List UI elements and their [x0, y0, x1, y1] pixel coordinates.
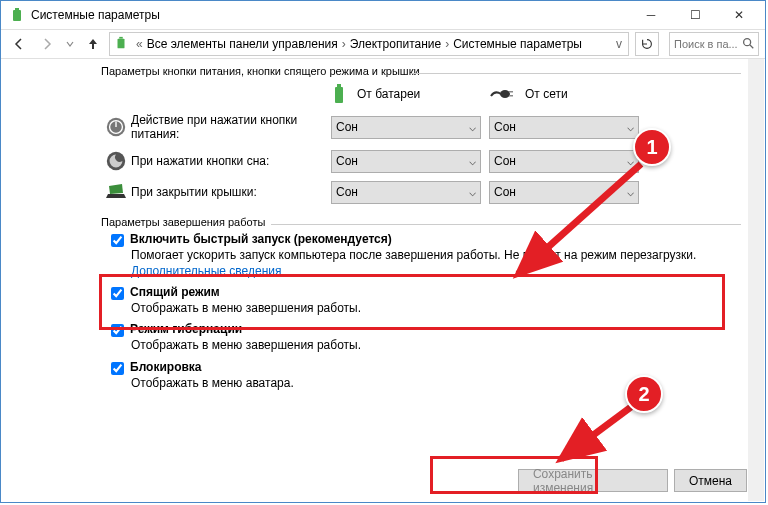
vertical-scrollbar[interactable]	[748, 59, 764, 501]
history-dropdown[interactable]	[63, 32, 77, 56]
setting-row-lid: При закрытии крышки: Сон⌵ Сон⌵	[101, 181, 741, 204]
save-button[interactable]: Сохранить изменения	[518, 469, 668, 492]
breadcrumb-item[interactable]: Системные параметры	[453, 37, 582, 51]
checkbox-sleep: Спящий режим Отображать в меню завершени…	[111, 285, 741, 316]
svg-point-4	[744, 39, 751, 46]
close-button[interactable]: ✕	[717, 1, 761, 29]
back-button[interactable]	[7, 32, 31, 56]
power-icon	[101, 116, 131, 138]
cancel-button[interactable]: Отмена	[674, 469, 747, 492]
annotation-badge-2: 2	[625, 375, 663, 413]
window: Системные параметры ─ ☐ ✕ « Все элементы…	[0, 0, 766, 503]
svg-point-8	[500, 90, 510, 98]
section-title: Параметры кнопки питания, кнопки спящего…	[101, 65, 741, 77]
sleep-button-ac-select[interactable]: Сон⌵	[489, 150, 639, 173]
breadcrumb-item[interactable]: Электропитание	[350, 37, 441, 51]
annotation-badge-1: 1	[633, 128, 671, 166]
maximize-button[interactable]: ☐	[673, 1, 717, 29]
svg-rect-3	[119, 36, 123, 38]
sleep-button-battery-select[interactable]: Сон⌵	[331, 150, 481, 173]
checkbox-hibernate: Режим гибернации Отображать в меню завер…	[111, 322, 741, 353]
breadcrumb-item[interactable]: Все элементы панели управления	[147, 37, 338, 51]
svg-rect-10	[509, 95, 513, 97]
forward-button[interactable]	[35, 32, 59, 56]
battery-icon	[9, 7, 25, 23]
svg-rect-0	[13, 10, 21, 21]
up-button[interactable]	[81, 32, 105, 56]
power-button-ac-select[interactable]: Сон⌵	[489, 116, 639, 139]
search-icon	[741, 36, 755, 53]
power-button-battery-select[interactable]: Сон⌵	[331, 116, 481, 139]
refresh-button[interactable]	[635, 32, 659, 56]
lock-checkbox[interactable]	[111, 362, 124, 375]
lid-ac-select[interactable]: Сон⌵	[489, 181, 639, 204]
checkbox-fast-startup: Включить быстрый запуск (рекомендуется) …	[111, 232, 741, 279]
column-header-ac: От сети	[489, 83, 647, 105]
svg-rect-2	[118, 38, 125, 48]
minimize-button[interactable]: ─	[629, 1, 673, 29]
navbar: « Все элементы панели управления › Элект…	[1, 29, 765, 59]
lid-battery-select[interactable]: Сон⌵	[331, 181, 481, 204]
learn-more-link[interactable]: Дополнительные сведения	[131, 264, 281, 278]
section-title-shutdown: Параметры завершения работы	[101, 216, 741, 228]
svg-rect-1	[15, 8, 19, 10]
hibernate-checkbox[interactable]	[111, 324, 124, 337]
column-header-battery: От батареи	[331, 83, 489, 105]
laptop-icon	[101, 182, 131, 202]
svg-rect-9	[509, 91, 513, 93]
sleep-checkbox[interactable]	[111, 287, 124, 300]
breadcrumb[interactable]: « Все элементы панели управления › Элект…	[109, 32, 629, 56]
fast-startup-checkbox[interactable]	[111, 234, 124, 247]
plug-icon	[489, 86, 515, 102]
window-title: Системные параметры	[31, 8, 629, 22]
svg-line-5	[750, 45, 754, 49]
moon-icon	[101, 150, 131, 172]
svg-rect-6	[335, 87, 343, 103]
battery-icon	[331, 83, 347, 105]
titlebar: Системные параметры ─ ☐ ✕	[1, 1, 765, 29]
battery-icon	[114, 36, 128, 53]
svg-rect-7	[337, 84, 341, 87]
